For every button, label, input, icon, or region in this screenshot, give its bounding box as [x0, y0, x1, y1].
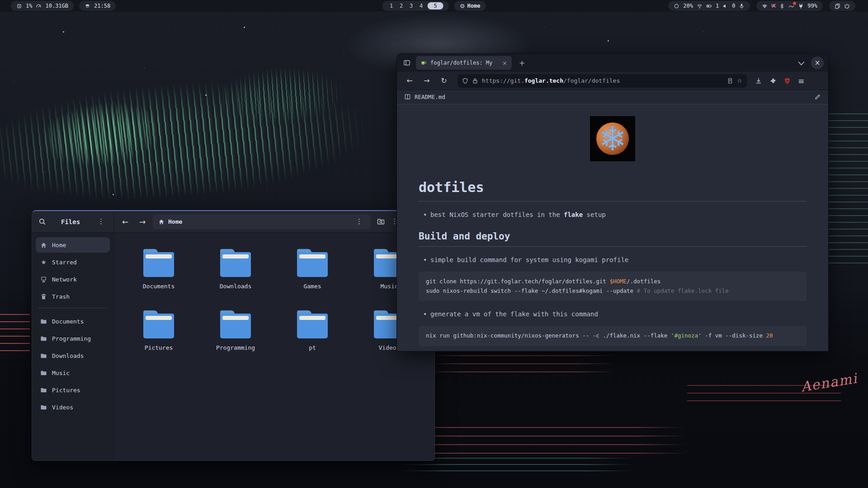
volume-icon	[722, 3, 728, 9]
network-tray-icon[interactable]	[762, 3, 768, 9]
wallpaper-red-glitch	[0, 311, 30, 354]
sidebar-item-programming[interactable]: Programming	[36, 331, 110, 346]
menu-hamburger-icon[interactable]: ≡	[798, 76, 804, 85]
code-comment: # To update flake.lock file	[637, 287, 729, 294]
workspace-4[interactable]: 4	[418, 3, 425, 9]
breadcrumb[interactable]: Home ⋮	[153, 215, 371, 229]
extensions-icon[interactable]	[769, 77, 777, 84]
sidebar-label: Home	[52, 242, 66, 249]
workspace-2[interactable]: 2	[398, 3, 405, 9]
layout-label: Home	[467, 3, 480, 9]
jellyfish-icon	[85, 3, 90, 9]
sidebar-item-pictures[interactable]: Pictures	[36, 382, 110, 398]
sidebar-label: Network	[52, 276, 77, 283]
folder-icon	[40, 387, 47, 394]
gitea-favicon	[420, 60, 427, 66]
folder-label: Pictures	[145, 344, 173, 351]
folder-label: Programming	[216, 344, 255, 351]
tab-close-icon[interactable]: ×	[502, 60, 507, 66]
brightness-value: 20%	[683, 3, 693, 9]
folder-item-programming[interactable]: Programming	[197, 310, 274, 356]
readme-section-heading: Build and deploy	[419, 231, 807, 247]
url-bar[interactable]: https://git.foglar.tech/foglar/dotfiles …	[458, 74, 747, 88]
sidebar-item-downloads[interactable]: Downloads	[36, 348, 110, 363]
downloads-icon[interactable]	[755, 77, 762, 84]
tray-pill: UC 99%	[756, 1, 823, 11]
code-variable: $HOME	[609, 278, 627, 285]
sidebar-label: Music	[52, 370, 70, 376]
battery-percent: 99%	[807, 3, 817, 9]
wallpaper-green-streaks	[823, 113, 868, 267]
vpn-tray-icon[interactable]	[788, 3, 794, 9]
files-sidebar: Home ★ Starred Network Trash Documents	[32, 233, 114, 461]
bullet-text: setup	[583, 211, 606, 218]
sidebar-item-trash[interactable]: Trash	[36, 289, 110, 304]
folder-item-games[interactable]: Games	[274, 249, 351, 294]
folder-item-pt[interactable]: pt	[274, 310, 351, 356]
sidebar-item-videos[interactable]: Videos	[36, 399, 110, 415]
search-icon[interactable]	[38, 218, 46, 225]
search-folder-icon[interactable]	[377, 218, 385, 225]
firefox-view-icon[interactable]	[403, 59, 410, 66]
workspace-1[interactable]: 1	[388, 3, 395, 9]
bluetooth-icon[interactable]	[779, 3, 785, 9]
window-close-button[interactable]: ×	[811, 56, 824, 69]
folder-icon	[143, 310, 174, 338]
ublock-origin-icon[interactable]	[784, 77, 791, 84]
code-text: git clone https://git.foglar.tech/foglar…	[426, 278, 609, 285]
new-tab-button[interactable]: +	[515, 59, 528, 67]
navigation-bar: ← → ↻ https://git.foglar.tech/foglar/dot…	[397, 72, 828, 90]
app-title: Files	[50, 218, 91, 225]
readme-header: README.md	[397, 90, 828, 104]
code-line: nix run github:nix-community/nixos-gener…	[426, 331, 799, 341]
sidebar-label: Pictures	[52, 387, 80, 394]
layout-indicator[interactable]: ⚙ Home	[454, 1, 486, 11]
bullet-bold: flake	[564, 211, 583, 218]
folder-icon	[40, 318, 47, 325]
power-icon[interactable]	[844, 3, 850, 9]
sidebar-item-network[interactable]: Network	[36, 272, 110, 287]
forward-button[interactable]: →	[136, 215, 149, 229]
sidebar-item-documents[interactable]: Documents	[36, 314, 110, 329]
sidebar-item-home[interactable]: Home	[36, 237, 110, 253]
workspace-5-active[interactable]: 5	[428, 2, 443, 9]
files-window: Files ⋮ ← → Home ⋮ ⋮ Home ★ Starred	[32, 210, 435, 461]
folder-icon	[40, 404, 47, 411]
code-block-build[interactable]: git clone https://git.foglar.tech/foglar…	[419, 272, 807, 301]
network-icon	[40, 276, 47, 283]
wallpaper-aurora-small	[211, 60, 349, 126]
browser-tab[interactable]: foglar/dotfiles: My ×	[416, 56, 512, 70]
code-block-vm[interactable]: nix run github:nix-community/nixos-gener…	[419, 326, 807, 346]
folder-label: Games	[303, 283, 321, 290]
back-button[interactable]: ←	[118, 215, 132, 229]
url-domain: foglar.tech	[524, 77, 563, 84]
hardware-pill: 20% 1 0	[668, 1, 750, 11]
system-stats-pill: 1% 10.31GB	[11, 1, 74, 11]
folder-item-downloads[interactable]: Downloads	[197, 249, 274, 294]
path-menu-kebab-icon[interactable]: ⋮	[353, 217, 365, 226]
bookmark-star-icon[interactable]: ☆	[737, 77, 742, 84]
code-line: sudo nixos-rebuild switch --flake ~/.dot…	[426, 286, 799, 296]
reload-button[interactable]: ↻	[437, 74, 451, 88]
bullet-text: best NixOS starter dotfiles in the	[430, 211, 564, 218]
folder-item-pictures[interactable]: Pictures	[120, 310, 197, 356]
browser-back-button[interactable]: ←	[402, 74, 417, 88]
sidebar-item-starred[interactable]: ★ Starred	[36, 254, 110, 270]
reader-mode-icon[interactable]	[727, 78, 733, 84]
sidebar-label: Programming	[52, 335, 91, 342]
lock-icon[interactable]	[472, 78, 478, 84]
app-menu-kebab-icon[interactable]: ⋮	[95, 217, 107, 226]
sidebar-item-music[interactable]: Music	[36, 365, 110, 380]
clipboard-icon[interactable]	[835, 3, 840, 9]
folder-label: pt	[309, 344, 316, 351]
readme-bullet: generate a vm of the flake with this com…	[419, 310, 807, 318]
folder-item-documents[interactable]: Documents	[120, 249, 197, 294]
code-text: -f vm --disk-size	[702, 332, 766, 339]
edit-pencil-icon[interactable]	[814, 94, 821, 100]
uc-tray-icon[interactable]: UC	[771, 4, 775, 8]
browser-forward-button[interactable]: →	[420, 74, 434, 88]
workspace-3[interactable]: 3	[408, 3, 415, 9]
brightness-icon	[674, 3, 679, 9]
tracking-shield-icon[interactable]	[462, 78, 468, 84]
list-tabs-chevron-icon[interactable]	[798, 59, 804, 66]
